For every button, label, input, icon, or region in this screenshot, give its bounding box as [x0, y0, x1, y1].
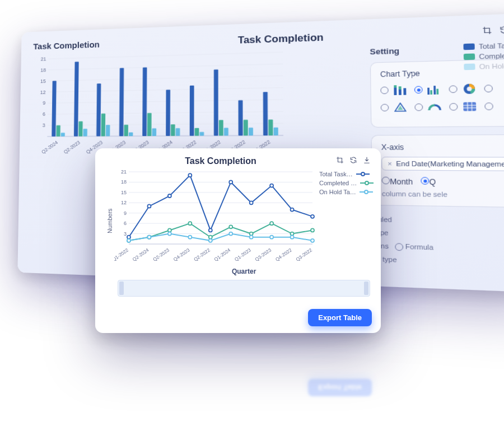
svg-rect-45 [224, 128, 228, 135]
chart-type-radar[interactable] [381, 102, 408, 114]
export-table-button[interactable]: Export Table [308, 309, 372, 326]
svg-text:12: 12 [40, 89, 46, 95]
period-quarter[interactable]: Q [421, 177, 436, 186]
svg-text:3: 3 [43, 123, 45, 128]
svg-rect-41 [199, 132, 204, 136]
chart-type-box: Chart Type [370, 58, 504, 128]
svg-rect-35 [166, 90, 170, 136]
chart-type-extra2[interactable] [484, 102, 493, 110]
settings-title: Setting [370, 42, 504, 57]
svg-point-94 [250, 201, 253, 204]
svg-point-106 [291, 232, 294, 236]
period-month[interactable]: Month [382, 177, 413, 186]
crop-icon[interactable] [482, 26, 492, 37]
xaxis-chip[interactable]: ×End Date(Marketing Management) [381, 157, 504, 171]
svg-rect-24 [101, 114, 106, 137]
svg-text:Q1-2024: Q1-2024 [213, 247, 232, 262]
svg-point-101 [188, 222, 192, 225]
svg-text:Q1-2022: Q1-2022 [114, 247, 129, 262]
svg-point-90 [168, 194, 171, 198]
svg-rect-29 [129, 132, 133, 136]
svg-text:18: 18 [121, 179, 127, 185]
svg-rect-21 [83, 129, 87, 136]
svg-text:12: 12 [121, 200, 127, 205]
svg-line-8 [48, 76, 283, 81]
svg-rect-44 [219, 120, 223, 135]
svg-line-10 [48, 64, 283, 70]
svg-text:15: 15 [40, 78, 46, 84]
svg-point-115 [270, 236, 273, 239]
svg-text:Q3-2023: Q3-2023 [254, 247, 272, 262]
line-legend: Total Task… Completed … On Hold Ta… [319, 171, 374, 265]
svg-point-96 [291, 208, 294, 212]
svg-point-103 [229, 225, 232, 228]
chart-type-gauge[interactable] [414, 101, 442, 113]
crop-icon[interactable] [336, 156, 344, 166]
svg-rect-53 [274, 128, 278, 135]
svg-point-116 [291, 236, 294, 239]
svg-text:Q3-2022: Q3-2022 [295, 247, 313, 262]
refresh-icon[interactable] [349, 156, 357, 166]
y-axis-label: Numbers [105, 167, 114, 297]
svg-rect-28 [124, 125, 128, 136]
svg-point-131 [365, 181, 368, 185]
reflection: Export Table [95, 336, 381, 403]
svg-rect-55 [394, 88, 396, 95]
svg-rect-47 [239, 100, 243, 135]
svg-rect-40 [195, 128, 199, 136]
chart-type-donut[interactable] [449, 83, 477, 95]
svg-point-110 [168, 232, 171, 236]
chart-title-front: Task Completion [105, 156, 336, 166]
svg-point-92 [209, 228, 212, 232]
export-reflection: Export Table [308, 379, 372, 396]
range-handle-right[interactable] [364, 282, 368, 295]
svg-point-107 [311, 228, 314, 232]
refresh-icon[interactable] [499, 25, 504, 37]
formula-option-label: Formula [405, 242, 433, 251]
svg-text:Q1-2023: Q1-2023 [234, 247, 252, 262]
chart-type-stackedbar[interactable] [380, 85, 408, 96]
range-minimap[interactable] [118, 280, 370, 297]
svg-text:Q2-2024: Q2-2024 [40, 139, 59, 155]
svg-text:15: 15 [121, 190, 127, 195]
svg-point-108 [127, 239, 130, 242]
svg-rect-37 [176, 128, 180, 136]
svg-point-105 [270, 222, 273, 225]
svg-text:Q2-2022: Q2-2022 [193, 247, 211, 262]
download-icon[interactable] [363, 156, 371, 166]
svg-line-12 [48, 52, 283, 59]
svg-rect-52 [268, 120, 273, 135]
chart-type-table[interactable] [449, 101, 478, 112]
svg-rect-49 [249, 128, 253, 135]
svg-line-14 [47, 135, 283, 137]
line-chart: 36912151821Q1-2022Q2-2024Q2-2023Q4-2023Q… [114, 167, 316, 265]
svg-rect-32 [147, 113, 152, 136]
chart-type-label: Chart Type [380, 67, 504, 79]
svg-point-129 [361, 172, 365, 176]
front-card: Task Completion Numbers 36912151821Q1-20… [95, 148, 381, 333]
svg-text:6: 6 [124, 221, 127, 226]
svg-rect-68 [463, 102, 476, 111]
svg-rect-39 [190, 86, 194, 136]
legend-label-completed: Completed … [319, 180, 357, 186]
svg-text:Q2-2023: Q2-2023 [152, 247, 170, 262]
svg-rect-25 [106, 125, 110, 136]
svg-text:Q4-2023: Q4-2023 [172, 247, 191, 262]
svg-rect-51 [263, 92, 268, 135]
svg-point-114 [250, 236, 253, 239]
xaxis-label: X-axis [381, 143, 504, 152]
svg-point-89 [147, 204, 151, 208]
svg-rect-62 [433, 86, 436, 95]
svg-point-97 [311, 215, 314, 218]
range-handle-left[interactable] [119, 282, 124, 295]
svg-point-133 [365, 190, 368, 194]
svg-rect-27 [119, 68, 124, 137]
chip-remove-icon[interactable]: × [388, 160, 392, 167]
svg-rect-31 [142, 67, 147, 136]
chart-type-groupedbar[interactable] [414, 84, 442, 96]
chart-type-extra1[interactable] [484, 85, 493, 92]
xaxis-hint: column can be sele [382, 190, 504, 199]
svg-point-113 [229, 232, 232, 236]
svg-text:9: 9 [124, 210, 127, 216]
svg-line-6 [48, 88, 283, 92]
